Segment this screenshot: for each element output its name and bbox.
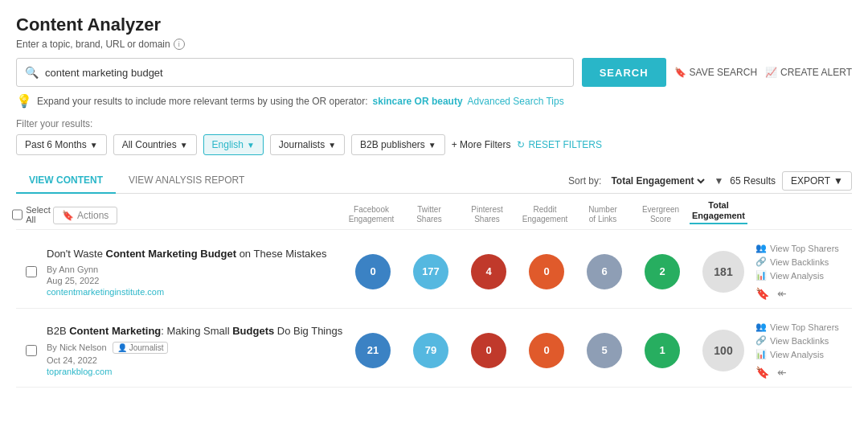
pinterest-metric: 4 xyxy=(471,254,506,289)
filters-row: Past 6 Months ▼ All Countries ▼ English … xyxy=(16,134,852,155)
bookmark-button[interactable]: 🔖 xyxy=(755,287,769,300)
article-title: Don't Waste Content Marketing Budget on … xyxy=(47,247,344,261)
filter-language[interactable]: English ▼ xyxy=(203,134,264,155)
filter-country[interactable]: All Countries ▼ xyxy=(113,134,197,155)
view-top-sharers-link[interactable]: 👥 View Top Sharers xyxy=(755,322,852,332)
chevron-down-icon: ▼ xyxy=(247,141,255,150)
metrics-wrap: 21 79 0 0 5 1 100 xyxy=(344,330,755,371)
evergreen-metric: 2 xyxy=(645,254,680,289)
col-twitter: Twitter Shares xyxy=(400,205,458,224)
chevron-down-icon: ▼ xyxy=(428,141,436,150)
reset-filters-button[interactable]: ↻ RESET FILTERS xyxy=(517,139,602,150)
tip-row: 💡 Expand your results to include more re… xyxy=(16,93,852,109)
filter-publisher[interactable]: B2B publishers ▼ xyxy=(351,134,445,155)
select-all-checkbox[interactable] xyxy=(12,209,23,220)
links-metric: 5 xyxy=(587,333,622,368)
share-button[interactable]: ↞ xyxy=(777,287,787,300)
action-icons: 🔖 ↞ xyxy=(755,366,852,379)
col-pinterest: Pinterest Shares xyxy=(458,205,516,224)
view-analysis-link[interactable]: 📊 View Analysis xyxy=(755,270,852,281)
bookmark-icon: 🔖 xyxy=(674,67,686,78)
pinterest-metric: 0 xyxy=(471,333,506,368)
sharers-icon: 👥 xyxy=(755,322,767,332)
bookmark-button[interactable]: 🔖 xyxy=(755,366,769,379)
refresh-icon: ↻ xyxy=(517,139,525,150)
subtitle: Enter a topic, brand, URL or domain i xyxy=(16,39,852,50)
advanced-search-link[interactable]: Advanced Search Tips xyxy=(468,96,564,107)
search-button[interactable]: SEARCH xyxy=(582,58,666,87)
chevron-down-icon: ▼ xyxy=(833,175,843,187)
search-bar: 🔍 SEARCH 🔖 SAVE SEARCH 📈 CREATE ALERT xyxy=(16,58,852,87)
chevron-down-icon: ▼ xyxy=(328,141,336,150)
sort-select[interactable]: Total Engagement xyxy=(608,174,707,187)
link-icon: 🔗 xyxy=(755,256,767,267)
sharers-icon: 👥 xyxy=(755,243,767,253)
article-checkbox[interactable] xyxy=(26,266,37,277)
twitter-metric: 177 xyxy=(413,254,448,289)
article-title: B2B Content Marketing: Making Small Budg… xyxy=(47,324,344,338)
search-input[interactable] xyxy=(45,67,565,79)
tabs-and-sort: VIEW CONTENT VIEW ANALYSIS REPORT Sort b… xyxy=(16,168,852,194)
view-backlinks-link[interactable]: 🔗 View Backlinks xyxy=(755,256,852,267)
article-date: Oct 24, 2022 xyxy=(47,355,344,365)
col-facebook: Facebook Engagement xyxy=(342,205,400,224)
view-top-sharers-link[interactable]: 👥 View Top Sharers xyxy=(755,243,852,253)
col-links: Number of Links xyxy=(574,205,632,224)
chevron-down-icon: ▼ xyxy=(180,141,188,150)
journalist-icon: 👤 xyxy=(117,343,127,352)
article-domain[interactable]: toprankblog.com xyxy=(47,367,344,376)
filter-date[interactable]: Past 6 Months ▼ xyxy=(16,134,107,155)
chevron-down-icon: ▼ xyxy=(90,141,98,150)
article-actions: 👥 View Top Sharers 🔗 View Backlinks 📊 Vi… xyxy=(755,243,852,300)
alert-icon: 📈 xyxy=(765,67,777,78)
info-icon[interactable]: i xyxy=(174,39,185,50)
article-info: B2B Content Marketing: Making Small Budg… xyxy=(47,324,344,376)
facebook-metric: 0 xyxy=(355,254,391,289)
view-analysis-link[interactable]: 📊 View Analysis xyxy=(755,349,852,359)
article-author: By Nick Nelson 👤 Journalist xyxy=(47,342,344,354)
tag-icon: 🔖 xyxy=(62,210,74,221)
results-count: 65 Results xyxy=(730,175,776,187)
sort-label: Sort by: xyxy=(568,175,601,187)
action-icons: 🔖 ↞ xyxy=(755,287,852,300)
share-button[interactable]: ↞ xyxy=(777,366,787,379)
bulb-icon: 💡 xyxy=(16,93,32,109)
page-title: Content Analyzer xyxy=(16,14,852,35)
table-row: Don't Waste Content Marketing Budget on … xyxy=(16,230,852,309)
table-header: Select All 🔖 Actions Facebook Engagement… xyxy=(16,194,852,230)
metrics-wrap: 0 177 4 0 6 2 181 xyxy=(344,251,755,293)
or-example[interactable]: skincare OR beauty xyxy=(373,96,463,107)
reddit-metric: 0 xyxy=(529,254,564,289)
chart-icon: 📊 xyxy=(755,349,767,359)
col-total-engagement[interactable]: Total Engagement xyxy=(690,200,747,224)
tab-view-content[interactable]: VIEW CONTENT xyxy=(16,168,116,194)
article-actions: 👥 View Top Sharers 🔗 View Backlinks 📊 Vi… xyxy=(755,322,852,379)
more-filters-button[interactable]: + More Filters xyxy=(452,139,511,150)
create-alert-button[interactable]: 📈 CREATE ALERT xyxy=(765,67,852,78)
journalist-badge: 👤 Journalist xyxy=(113,342,169,354)
chart-icon: 📊 xyxy=(755,270,767,281)
col-evergreen: Evergreen Score xyxy=(632,205,690,224)
actions-button[interactable]: 🔖 Actions xyxy=(53,207,117,224)
evergreen-metric: 1 xyxy=(645,333,680,368)
view-backlinks-link[interactable]: 🔗 View Backlinks xyxy=(755,335,852,346)
article-checkbox-wrap xyxy=(16,266,47,277)
article-checkbox-wrap xyxy=(16,345,47,356)
links-metric: 6 xyxy=(587,254,622,289)
twitter-metric: 79 xyxy=(413,333,448,368)
article-author: By Ann Gynn xyxy=(47,265,344,274)
tab-view-analysis[interactable]: VIEW ANALYSIS REPORT xyxy=(116,168,257,194)
total-metric: 181 xyxy=(702,251,744,293)
filter-author[interactable]: Journalists ▼ xyxy=(270,134,345,155)
article-info: Don't Waste Content Marketing Budget on … xyxy=(47,247,344,297)
total-metric: 100 xyxy=(702,330,744,371)
article-domain[interactable]: contentmarketinginstitute.com xyxy=(47,287,344,297)
search-input-wrap: 🔍 xyxy=(16,58,574,87)
save-search-button[interactable]: 🔖 SAVE SEARCH xyxy=(674,67,757,78)
export-button[interactable]: EXPORT ▼ xyxy=(782,171,852,191)
col-reddit: Reddit Engagement xyxy=(516,205,574,224)
facebook-metric: 21 xyxy=(355,333,391,368)
article-checkbox[interactable] xyxy=(26,345,37,356)
filter-label: Filter your results: xyxy=(16,118,852,129)
search-icon: 🔍 xyxy=(25,66,39,79)
